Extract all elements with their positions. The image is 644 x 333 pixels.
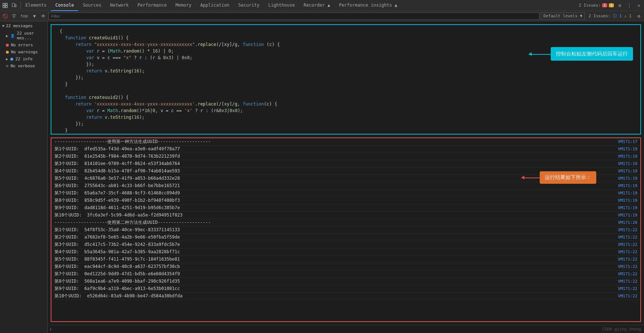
more-icon[interactable]: ⋮ <box>626 2 633 9</box>
output-text: 第9个UUID: dad8118d-4611-4251-9d19-b95d6c3… <box>54 205 618 211</box>
output-panel: 运行结果如下所示： --------------------使用第一种方法生成U… <box>51 137 641 322</box>
tab-network[interactable]: Network <box>106 0 133 11</box>
annotation1-arrowhead <box>529 52 532 56</box>
code-line: var v = c === "x" ? r : (r & 0x3) | 0x8; <box>54 54 637 61</box>
code-line: var r = Math.random()*16|0, v = c == 'x'… <box>54 107 637 114</box>
output-source-link[interactable]: VM171:22 <box>618 294 637 298</box>
annotation1-text: 控制台粘贴左侧代码后回车运行 <box>551 47 633 61</box>
output-text: 第4个UUID: b5a3645a-981a-42a7-b385-9aa2828… <box>54 249 618 255</box>
device-toggle-icon[interactable] <box>10 2 18 9</box>
sidebar-item-errors[interactable]: No errors <box>0 42 47 49</box>
issues-settings-icon[interactable]: ⚙ <box>635 12 643 20</box>
sidebar-item-user-messages[interactable]: ▶ 👤 22 user mes... <box>0 30 47 42</box>
output-text: 第2个UUID: a7682ef8-5e65-4a2b-9e66-e50fba5… <box>54 234 618 240</box>
output-source-link[interactable]: VM171:19 <box>618 147 637 151</box>
output-row: 第8个UUID: 560a1ea6-a7e9-4090-bbaf-298c926… <box>51 278 640 285</box>
code-line: }); <box>54 74 637 81</box>
tab-recorder[interactable]: Recorder ▲ <box>299 0 334 11</box>
tab-elements[interactable]: Elements <box>21 0 51 11</box>
svg-rect-4 <box>12 3 15 7</box>
watermark: CSDN @jing_zhong <box>602 327 641 332</box>
tab-performance-insights[interactable]: Performance insights ▲ <box>334 0 402 11</box>
code-line: }); <box>54 121 637 127</box>
info-dot <box>10 58 13 61</box>
output-source-link[interactable]: VM171:19 <box>618 169 637 173</box>
output-source-link[interactable]: VM171:22 <box>618 279 637 284</box>
code-line: { <box>54 28 637 35</box>
issues-badge[interactable]: 2 Issues: 1 1 <box>579 3 614 8</box>
tab-performance[interactable]: Performance <box>133 0 171 11</box>
close-icon[interactable]: ✕ <box>635 2 643 9</box>
code-line: var r = (Math.random() * 16) | 0; <box>54 48 637 54</box>
output-source-link[interactable]: VM171:20 <box>618 220 637 225</box>
output-row: 第3个UUID: d5c417c5-73b2-454e-9242-833a9fd… <box>51 241 640 248</box>
filter-input[interactable] <box>48 12 539 20</box>
output-source-link[interactable]: VM171:22 <box>618 286 637 291</box>
sidebar-messages-header[interactable]: ▼ 22 messages <box>0 22 47 30</box>
output-row: 第4个UUID: b5a3645a-981a-42a7-b385-9aa2828… <box>51 248 640 256</box>
sidebar: ▼ 22 messages ▶ 👤 22 user mes... No erro… <box>0 21 48 333</box>
tab-console[interactable]: Console <box>51 0 79 11</box>
tab-memory[interactable]: Memory <box>171 0 196 11</box>
output-source-link[interactable]: VM171:19 <box>618 191 637 196</box>
svg-rect-1 <box>6 3 7 5</box>
output-source-link[interactable]: VM171:19 <box>618 213 637 218</box>
clear-console-icon[interactable]: 🚫 <box>1 12 9 20</box>
code-line: function createGuid1() { <box>54 35 637 41</box>
gear-icon: ⚙ <box>6 64 8 68</box>
output-source-link[interactable]: VM171:22 <box>618 250 637 254</box>
main-tabs: Elements Console Sources Network Perform… <box>21 0 402 11</box>
settings-icon[interactable]: ⚙ <box>616 2 623 9</box>
code-line: } <box>54 81 637 87</box>
annotation2-text: 运行结果如下所示： <box>540 171 596 184</box>
output-source-link[interactable]: VM171:19 <box>618 205 637 210</box>
output-source-link[interactable]: VM171:19 <box>618 176 637 181</box>
output-source-link[interactable]: VM171:22 <box>618 228 637 232</box>
output-text: 第8个UUID: 858c9d5f-e939-490f-b1b2-bf948f4… <box>54 197 618 204</box>
main-area: ▼ 22 messages ▶ 👤 22 user mes... No erro… <box>0 21 644 333</box>
output-source-link[interactable]: VM171:17 <box>618 139 637 144</box>
output-row: 第2个UUID: 61e2545b-f984-4870-9d74-763b221… <box>51 153 640 160</box>
code-line <box>54 87 637 94</box>
svg-rect-3 <box>6 6 7 8</box>
output-row: 第10个UUID: 3fc6a3ef-5c99-4d6d-aa5e-f2d949… <box>51 212 640 219</box>
content-area: { function createGuid1() { return "xxxxx… <box>48 21 644 333</box>
user-icon: 👤 <box>10 34 15 38</box>
output-source-link[interactable]: VM171:22 <box>618 264 637 269</box>
default-levels-dropdown[interactable]: Default levels ▼ <box>541 12 585 20</box>
sidebar-item-label: No warnings <box>11 50 38 54</box>
tab-sources[interactable]: Sources <box>78 0 106 11</box>
sidebar-item-label: 22 info <box>15 57 32 61</box>
tab-lighthouse[interactable]: Lighthouse <box>264 0 299 11</box>
context-dropdown-icon[interactable]: ▼ <box>31 12 38 20</box>
eye-icon[interactable]: 👁 <box>40 12 47 20</box>
annotation2-container: 运行结果如下所示： <box>540 171 596 184</box>
sidebar-item-label: 22 user mes... <box>17 31 44 40</box>
tab-application[interactable]: Application <box>196 0 234 11</box>
error-dot <box>6 44 9 47</box>
output-source-link[interactable]: VM171:19 <box>618 183 637 188</box>
output-source-link[interactable]: VM171:22 <box>618 272 637 276</box>
console-input[interactable] <box>53 327 643 332</box>
output-text: 第7个UUID: 65a6a7e7-35cf-4688-9cf3-61468cc… <box>54 190 618 196</box>
code-line: return 'xxxxxxxx-xxxx-4xxx-yxxx-xxxxxxxx… <box>54 101 637 107</box>
output-source-link[interactable]: VM171:19 <box>618 161 637 166</box>
error-badge: 1 <box>602 3 607 7</box>
svg-rect-0 <box>3 3 5 5</box>
tab-security[interactable]: Security <box>234 0 264 11</box>
output-row: 第7个UUID: 65a6a7e7-35cf-4688-9cf3-61468cc… <box>51 190 640 197</box>
output-source-link[interactable]: VM171:22 <box>618 235 637 240</box>
sidebar-item-info[interactable]: ▶ 22 info <box>0 56 47 62</box>
output-row: --------------------使用第二种方法生成UUID-------… <box>51 219 640 226</box>
output-source-link[interactable]: VM171:19 <box>618 198 637 203</box>
context-label: top <box>19 14 29 18</box>
filter-toggle-icon[interactable] <box>10 12 18 20</box>
sidebar-item-verbose[interactable]: ⚙ No verbose <box>0 62 47 69</box>
output-source-link[interactable]: VM171:22 <box>618 242 637 247</box>
output-source-link[interactable]: VM171:22 <box>618 257 637 262</box>
sidebar-item-warnings[interactable]: No warnings <box>0 49 47 56</box>
output-source-link[interactable]: VM171:19 <box>618 154 637 159</box>
issues-count-label: 2 Issues: ⓘ 1 ⚠ 1 <box>586 13 634 19</box>
inspect-icon[interactable] <box>1 2 9 9</box>
output-text: 第8个UUID: 560a1ea6-a7e9-4090-bbaf-298c926… <box>54 278 618 284</box>
